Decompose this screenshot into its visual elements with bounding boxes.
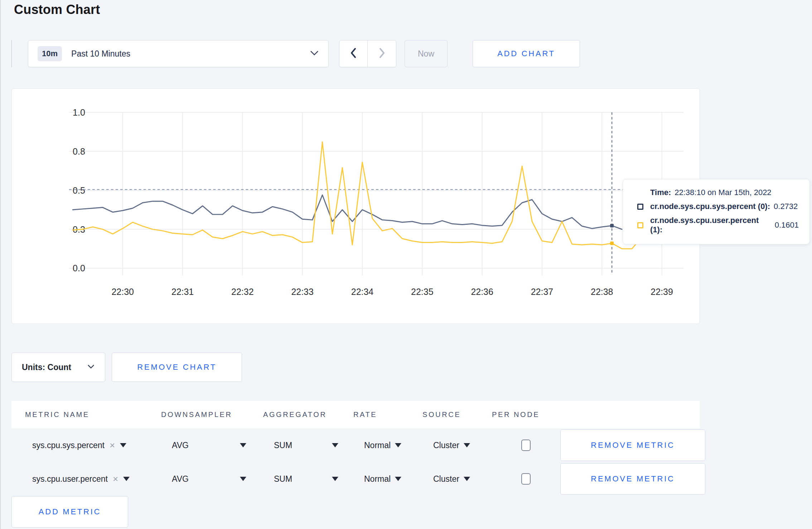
remove-metric-button[interactable]: REMOVE METRIC bbox=[560, 429, 705, 461]
column-header-metric-name: METRIC NAME bbox=[25, 411, 90, 419]
hover-point-marker bbox=[610, 242, 614, 245]
now-button[interactable]: Now bbox=[405, 40, 448, 67]
metric-name-select[interactable]: sys.cpu.user.percent × bbox=[32, 462, 130, 495]
caret-down-icon[interactable] bbox=[240, 462, 246, 495]
caret-down-icon[interactable] bbox=[332, 462, 338, 495]
y-tick-label: 0.0 bbox=[73, 263, 85, 273]
x-tick-label: 22:33 bbox=[291, 287, 313, 297]
time-range-label: Past 10 Minutes bbox=[71, 49, 310, 59]
chart-tooltip: Time: 22:38:10 on Mar 15th, 2022 cr.node… bbox=[623, 179, 810, 244]
clear-icon[interactable]: × bbox=[113, 474, 118, 484]
x-tick-label: 22:38 bbox=[591, 287, 613, 297]
remove-metric-button[interactable]: REMOVE METRIC bbox=[560, 463, 705, 495]
clear-icon[interactable]: × bbox=[110, 441, 115, 450]
rate-label: Normal bbox=[364, 441, 391, 450]
chart-card: 0.00.30.50.81.022:3022:3122:3222:3322:34… bbox=[11, 88, 700, 324]
prev-button[interactable] bbox=[339, 40, 368, 67]
rate-label: Normal bbox=[364, 474, 391, 484]
column-header-downsampler: DOWNSAMPLER bbox=[161, 411, 232, 419]
column-header-per-node: PER NODE bbox=[492, 411, 540, 419]
series-line bbox=[73, 142, 662, 249]
tooltip-time-row: Time: 22:38:10 on Mar 15th, 2022 bbox=[637, 188, 799, 197]
caret-down-icon[interactable] bbox=[240, 429, 246, 462]
time-range-selector[interactable]: 10m Past 10 Minutes bbox=[28, 40, 329, 67]
x-tick-label: 22:32 bbox=[231, 287, 253, 297]
series-swatch-icon bbox=[637, 204, 643, 210]
per-node-checkbox[interactable] bbox=[521, 440, 531, 451]
caret-down-icon bbox=[123, 477, 130, 481]
timeseries-chart[interactable]: 0.00.30.50.81.022:3022:3122:3222:3322:34… bbox=[12, 89, 700, 324]
source-select[interactable]: Cluster bbox=[433, 429, 470, 462]
x-tick-label: 22:39 bbox=[651, 287, 673, 297]
x-tick-label: 22:37 bbox=[531, 287, 553, 297]
chevron-down-icon bbox=[87, 364, 95, 370]
metric-name-label: sys.cpu.sys.percent bbox=[32, 441, 105, 450]
tooltip-series-value: 0.2732 bbox=[774, 202, 798, 211]
source-label: Cluster bbox=[433, 474, 459, 484]
tooltip-series-name: cr.node.sys.cpu.sys.percent (0): bbox=[650, 202, 770, 211]
column-header-source: SOURCE bbox=[422, 411, 461, 419]
hover-point-marker bbox=[610, 224, 614, 227]
metric-row: sys.cpu.user.percent × AVG SUM Normal Cl… bbox=[11, 462, 700, 495]
aggregator-select[interactable]: SUM bbox=[274, 429, 292, 462]
series-swatch-icon bbox=[637, 222, 643, 228]
caret-down-icon bbox=[464, 443, 470, 447]
tooltip-series-row: cr.node.sys.cpu.sys.percent (0): 0.2732 bbox=[637, 202, 799, 211]
downsampler-select[interactable]: AVG bbox=[172, 429, 189, 462]
toolbar-divider bbox=[11, 40, 12, 67]
column-header-aggregator: AGGREGATOR bbox=[263, 411, 327, 419]
time-step-group bbox=[339, 40, 396, 67]
rate-select[interactable]: Normal bbox=[364, 462, 401, 495]
time-range-badge: 10m bbox=[38, 46, 62, 61]
x-tick-label: 22:34 bbox=[351, 287, 374, 297]
remove-chart-button[interactable]: REMOVE CHART bbox=[112, 353, 242, 382]
per-node-checkbox[interactable] bbox=[521, 473, 531, 485]
tooltip-series-row: cr.node.sys.cpu.user.percent (1): 0.1601 bbox=[637, 216, 799, 234]
rate-select[interactable]: Normal bbox=[364, 429, 401, 462]
caret-down-icon bbox=[120, 443, 126, 447]
add-metric-button[interactable]: ADD METRIC bbox=[11, 496, 128, 528]
metric-name-label: sys.cpu.user.percent bbox=[32, 474, 108, 484]
source-select[interactable]: Cluster bbox=[433, 462, 470, 495]
units-dropdown[interactable]: Units: Count bbox=[11, 353, 105, 382]
tooltip-series-name: cr.node.sys.cpu.user.percent (1): bbox=[650, 216, 771, 234]
add-chart-button[interactable]: ADD CHART bbox=[473, 40, 580, 67]
downsampler-select[interactable]: AVG bbox=[172, 462, 189, 495]
chevron-down-icon bbox=[310, 50, 319, 57]
x-tick-label: 22:31 bbox=[171, 287, 194, 297]
caret-down-icon bbox=[395, 443, 401, 447]
x-tick-label: 22:35 bbox=[411, 287, 433, 297]
x-tick-label: 22:36 bbox=[471, 287, 493, 297]
aggregator-select[interactable]: SUM bbox=[274, 462, 292, 495]
units-label: Units: Count bbox=[22, 363, 71, 372]
metric-name-select[interactable]: sys.cpu.sys.percent × bbox=[32, 429, 126, 462]
custom-chart-page: Custom Chart 10m Past 10 Minutes Now ADD… bbox=[0, 0, 812, 529]
y-tick-label: 0.8 bbox=[73, 146, 85, 156]
page-title: Custom Chart bbox=[14, 2, 100, 17]
y-tick-label: 0.5 bbox=[73, 185, 85, 195]
caret-down-icon[interactable] bbox=[332, 429, 338, 462]
tooltip-time-value: 22:38:10 on Mar 15th, 2022 bbox=[675, 188, 771, 197]
chevron-right-icon bbox=[378, 48, 386, 60]
metric-row: sys.cpu.sys.percent × AVG SUM Normal Clu… bbox=[11, 429, 700, 462]
caret-down-icon bbox=[464, 477, 470, 481]
source-label: Cluster bbox=[433, 441, 459, 450]
series-line bbox=[73, 195, 622, 229]
column-header-rate: RATE bbox=[353, 411, 377, 419]
tooltip-time-label: Time: bbox=[650, 188, 671, 197]
chevron-left-icon bbox=[350, 48, 357, 60]
caret-down-icon bbox=[395, 477, 401, 481]
next-button[interactable] bbox=[368, 40, 396, 67]
y-tick-label: 1.0 bbox=[73, 107, 85, 117]
tooltip-series-value: 0.1601 bbox=[775, 220, 799, 230]
x-tick-label: 22:30 bbox=[111, 287, 134, 297]
